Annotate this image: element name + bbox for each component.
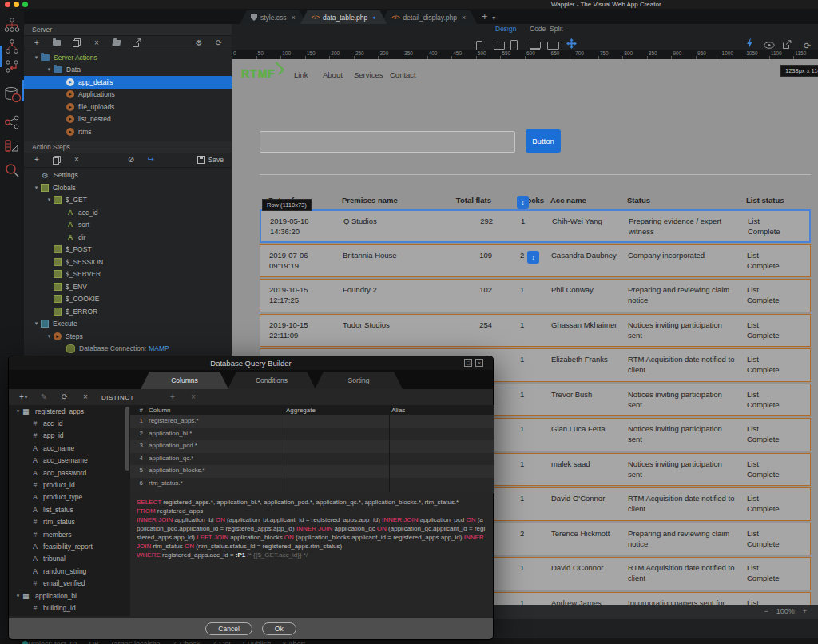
toolbar-steps-disable-icon[interactable]: ⊘ bbox=[126, 155, 136, 165]
status-project-test_01[interactable]: Project: test_01 bbox=[22, 640, 78, 644]
fields-table-registered_apps[interactable]: ▾▦registered_apps bbox=[9, 405, 130, 417]
editor-tab-detail_display-php[interactable]: </>detail_display.php× bbox=[380, 10, 477, 24]
zoom-window-icon[interactable] bbox=[22, 2, 28, 7]
view-mode-code[interactable]: Code bbox=[530, 25, 546, 33]
sidebar-database-icon[interactable] bbox=[4, 86, 20, 102]
toolbar-steps-copy-icon[interactable] bbox=[52, 155, 62, 165]
dialog-tab-columns[interactable]: Columns bbox=[141, 372, 228, 389]
tree-item-applications[interactable]: ▸Applications bbox=[24, 89, 232, 101]
new-tab-button[interactable]: + bbox=[482, 11, 487, 22]
toolbar-server-delete-icon[interactable]: × bbox=[92, 38, 101, 48]
toolbar-steps-deploy-icon[interactable]: ↪ bbox=[146, 155, 156, 165]
tree-item--_post[interactable]: $_POST bbox=[24, 244, 232, 256]
expander-icon[interactable]: ▾ bbox=[14, 593, 22, 599]
expander-icon[interactable]: ▾ bbox=[32, 54, 41, 61]
expander-icon[interactable]: ▾ bbox=[45, 333, 54, 340]
dialog-tab-conditions[interactable]: Conditions bbox=[228, 372, 316, 389]
grid-row[interactable]: 3application_pcd.* bbox=[130, 440, 494, 454]
dialog-edit-icon[interactable]: ✎ bbox=[39, 392, 49, 402]
element-sort-handle-icon[interactable]: ↕ bbox=[517, 196, 529, 209]
element-sort-handle-icon[interactable]: ↕ bbox=[527, 251, 539, 264]
dialog-refresh-icon[interactable]: ⟳ bbox=[60, 392, 69, 402]
sidebar-share-icon[interactable] bbox=[4, 114, 20, 130]
status-get[interactable]: ✓ Get bbox=[211, 640, 231, 644]
ok-button[interactable]: Ok bbox=[262, 622, 296, 635]
field-acc_name[interactable]: Aacc_name bbox=[9, 442, 130, 454]
tree-item-app_details[interactable]: ▸app_details bbox=[24, 76, 232, 89]
table-row[interactable]: 2019-07-0609:19:19Britannia House1092Cas… bbox=[260, 244, 811, 278]
cancel-button[interactable]: Cancel bbox=[205, 622, 252, 635]
grid-row[interactable]: 6rtm_status.* bbox=[130, 478, 494, 491]
expander-icon[interactable]: ▾ bbox=[45, 197, 54, 203]
tree-item-acc_id[interactable]: Aacc_id bbox=[24, 206, 232, 219]
fields-table-application_bi[interactable]: ▾▦application_bi bbox=[9, 590, 130, 602]
field-members[interactable]: #members bbox=[9, 528, 130, 540]
toolbar-server-open-folder-icon[interactable] bbox=[112, 38, 121, 48]
tree-item-database-connection-[interactable]: Database Connection:MAMP bbox=[24, 343, 232, 356]
column-header-status[interactable]: Status bbox=[627, 196, 737, 205]
column-header-premises[interactable]: Premises name bbox=[342, 196, 444, 205]
editor-tab-style-css[interactable]: style.css× bbox=[240, 10, 307, 24]
tree-item-data[interactable]: ▾Data bbox=[24, 64, 232, 77]
toolbar-steps-add-icon[interactable]: + bbox=[32, 155, 42, 165]
sidebar-server-actions-icon[interactable] bbox=[4, 58, 20, 74]
nav-link-contact[interactable]: Contact bbox=[390, 70, 416, 79]
tree-item--_env[interactable]: $_ENV bbox=[24, 280, 232, 293]
dialog-delete-icon[interactable]: × bbox=[81, 392, 90, 402]
nav-link-about[interactable]: About bbox=[323, 70, 343, 79]
zoom-in-button[interactable]: + bbox=[803, 607, 807, 615]
column-header-flats[interactable]: Total flats bbox=[447, 196, 491, 205]
status-abort[interactable]: × Abort bbox=[282, 640, 305, 644]
tree-item-sort[interactable]: Asort bbox=[24, 219, 232, 232]
zoom-out-button[interactable]: − bbox=[764, 607, 768, 615]
tree-item-settings[interactable]: ⚙Settings bbox=[24, 169, 232, 182]
expander-icon[interactable]: ▾ bbox=[32, 185, 41, 191]
fields-scrollbar[interactable] bbox=[125, 407, 129, 471]
grid-row[interactable]: 2application_bi.* bbox=[130, 428, 494, 442]
minimize-window-icon[interactable] bbox=[14, 2, 19, 7]
dialog-add-dropdown-icon[interactable]: +▾ bbox=[18, 392, 28, 402]
tree-item-steps[interactable]: ▾▸Steps bbox=[24, 330, 232, 343]
expander-icon[interactable]: ▾ bbox=[32, 320, 41, 327]
site-logo[interactable]: RTMF bbox=[241, 67, 276, 80]
distinct-toggle[interactable]: DISTINCT bbox=[101, 394, 134, 401]
tree-item--_server[interactable]: $_SERVER bbox=[24, 268, 232, 281]
field-building_id[interactable]: #building_id bbox=[9, 602, 130, 614]
editor-tab-data_table-php[interactable]: </>data_table.php● bbox=[300, 10, 387, 24]
table-row[interactable]: 2019-10-1522:11:09Tudor Studios2541Ghass… bbox=[260, 314, 811, 348]
maximize-dialog-icon[interactable]: □ bbox=[464, 359, 472, 367]
table-row[interactable]: 2019-05-1814:36:20Q Studios2921Chih-Wei … bbox=[260, 209, 811, 243]
tree-item-globals[interactable]: ▾Globals bbox=[24, 181, 232, 194]
status-check[interactable]: ✓ Check bbox=[172, 640, 201, 644]
nav-link-link[interactable]: Link bbox=[294, 70, 308, 79]
field-acc_id[interactable]: #acc_id bbox=[9, 417, 130, 429]
field-feasibility_report[interactable]: Afeasibility_report bbox=[9, 540, 130, 552]
toolbar-server-export-icon[interactable] bbox=[132, 38, 141, 48]
tree-item-server-actions[interactable]: ▾Server Actions bbox=[24, 51, 232, 64]
grid-row[interactable]: 1registered_apps.* bbox=[130, 415, 494, 429]
field-random_string[interactable]: Arandom_string bbox=[9, 565, 130, 577]
tree-item--_get[interactable]: ▾$_GET bbox=[24, 194, 232, 207]
close-dialog-icon[interactable]: × bbox=[475, 359, 483, 367]
status-target-localsite[interactable]: Target: localsite bbox=[110, 640, 161, 644]
field-rtm_status[interactable]: #rtm_status bbox=[9, 516, 130, 528]
toolbar-server-refresh-icon[interactable]: ⟳ bbox=[214, 38, 224, 48]
tree-item-rtms[interactable]: ▸rtms bbox=[24, 125, 232, 138]
dialog-tab-sorting[interactable]: Sorting bbox=[315, 372, 403, 389]
close-tab-icon[interactable]: × bbox=[462, 14, 466, 22]
field-email_verified[interactable]: #email_verified bbox=[9, 577, 130, 589]
status-db[interactable]: DB bbox=[89, 640, 100, 644]
field-list_status[interactable]: Alist_status bbox=[9, 503, 130, 515]
close-tab-icon[interactable]: × bbox=[292, 14, 296, 22]
grid-delete-icon[interactable]: × bbox=[189, 392, 198, 402]
tree-item--_error[interactable]: $_ERROR bbox=[24, 305, 232, 318]
field-tribunal[interactable]: Atribunal bbox=[9, 553, 130, 565]
toolbar-server-new-folder-icon[interactable] bbox=[52, 38, 62, 48]
nav-link-services[interactable]: Services bbox=[354, 70, 383, 79]
toolbar-server-copy-icon[interactable] bbox=[72, 38, 81, 48]
sidebar-connections-icon[interactable] bbox=[4, 38, 20, 54]
tree-item-execute[interactable]: ▾Execute bbox=[24, 318, 232, 331]
grid-add-icon[interactable]: + bbox=[168, 392, 177, 402]
sidebar-sitemap-icon[interactable] bbox=[4, 17, 20, 33]
expander-icon[interactable]: ▾ bbox=[45, 66, 54, 73]
